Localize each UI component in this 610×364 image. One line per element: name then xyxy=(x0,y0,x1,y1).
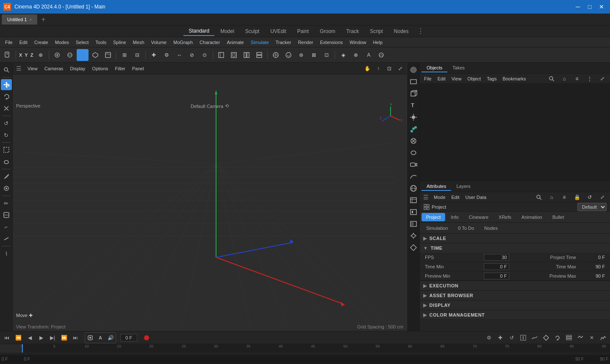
preview-min-input[interactable] xyxy=(484,273,509,279)
menu-create[interactable]: Create xyxy=(31,39,52,46)
tl-add-btn[interactable]: ✚ xyxy=(495,333,505,343)
viewport-menu-panel[interactable]: Panel xyxy=(130,65,147,72)
mode-tab-standard[interactable]: Standard xyxy=(183,27,214,36)
mode-tab-script[interactable]: Script xyxy=(365,27,388,36)
tab-close-icon[interactable]: × xyxy=(29,17,32,22)
tl-to-start-button[interactable]: ⏮ xyxy=(2,333,12,343)
menu-file[interactable]: File xyxy=(2,39,16,46)
timeline-ruler[interactable]: 0 5 10 15 20 25 30 35 40 45 50 55 60 65 … xyxy=(0,344,610,353)
mode-tab-paint[interactable]: Paint xyxy=(292,27,314,36)
attr-sub-tab-simulation[interactable]: Simulation xyxy=(421,224,452,232)
toolbar-icon-j[interactable]: ◈ xyxy=(337,49,349,61)
tool-lasso[interactable] xyxy=(1,156,12,167)
toolbar-edges-button[interactable] xyxy=(64,49,76,61)
objects-menu-bookmarks[interactable]: Bookmarks xyxy=(500,75,528,82)
ri-btn-record-b[interactable] xyxy=(408,218,419,229)
tool-paint[interactable]: ✏ xyxy=(1,198,12,209)
tl-to-end-button[interactable]: ⏭ xyxy=(70,333,80,343)
fps-input[interactable] xyxy=(484,254,509,261)
tool-undo[interactable]: ↺ xyxy=(1,118,12,129)
viewport-menu-filter[interactable]: Filter xyxy=(112,65,128,72)
attr-section-asset-browser-header[interactable]: ▶ ASSET BROWSER xyxy=(420,291,610,300)
toolbar-texture-button[interactable] xyxy=(102,49,114,61)
toolbar-icon-m[interactable] xyxy=(375,49,387,61)
toolbar-points-button[interactable] xyxy=(51,49,63,61)
tl-current-frame-display[interactable]: 0 F xyxy=(120,334,137,342)
attr-sub-tab-xrefs[interactable]: XRefs xyxy=(494,213,516,221)
tl-layers-btn[interactable] xyxy=(564,333,574,343)
project-dropdown[interactable]: Default xyxy=(577,203,607,211)
tool-select[interactable] xyxy=(1,144,12,155)
tl-next-frame-button[interactable]: ▶| xyxy=(47,333,58,343)
ri-btn-deformer[interactable] xyxy=(408,147,419,158)
objects-expand-icon[interactable]: ⤢ xyxy=(596,73,608,85)
tool-erase[interactable] xyxy=(1,210,12,221)
tl-motion-btn[interactable] xyxy=(575,333,585,343)
attr-sub-tab-info[interactable]: Info xyxy=(446,213,463,221)
mode-tab-model[interactable]: Model xyxy=(215,27,239,36)
attr-sub-tab-bullet[interactable]: Bullet xyxy=(548,213,569,221)
menu-character[interactable]: Character xyxy=(196,39,223,46)
objects-search-icon[interactable] xyxy=(546,73,557,85)
mode-tab-groom[interactable]: Groom xyxy=(315,27,341,36)
attr-sub-tab-todo[interactable]: 0 To Do xyxy=(453,224,479,232)
viewport-fullscreen-icon[interactable]: ⤢ xyxy=(396,64,405,73)
objects-menu-edit[interactable]: Edit xyxy=(435,75,448,82)
ri-btn-diamond[interactable] xyxy=(408,242,419,253)
menu-volume[interactable]: Volume xyxy=(148,39,170,46)
tl-chart-icon[interactable] xyxy=(598,333,608,343)
menu-animate[interactable]: Animate xyxy=(223,39,247,46)
toolbar-coord-button[interactable]: ⊕ xyxy=(35,49,47,61)
toolbar-icon-d[interactable] xyxy=(253,49,265,61)
menu-tools[interactable]: Tools xyxy=(92,39,110,46)
toolbar-uv-button[interactable] xyxy=(89,49,101,61)
tl-play-button[interactable]: ▶ xyxy=(36,333,46,343)
mode-tab-nodes[interactable]: Nodes xyxy=(389,27,414,36)
tab-untitled1[interactable]: Untitled 1 × xyxy=(2,14,37,25)
takes-tab[interactable]: Takes xyxy=(447,64,470,72)
ri-btn-cube[interactable] xyxy=(408,88,419,99)
attr-search-icon[interactable] xyxy=(533,191,545,203)
toolbar-icon-e[interactable] xyxy=(270,49,282,61)
mode-tab-uvedit[interactable]: UVEdit xyxy=(265,27,291,36)
viewport-menu-options[interactable]: Options xyxy=(89,65,111,72)
tl-record-button[interactable] xyxy=(141,333,152,343)
tool-line[interactable] xyxy=(1,233,12,244)
ri-btn-sphere[interactable] xyxy=(408,64,419,75)
menu-window[interactable]: Window xyxy=(346,39,369,46)
objects-menu-view[interactable]: View xyxy=(449,75,464,82)
menu-select[interactable]: Select xyxy=(72,39,92,46)
time-min-input[interactable] xyxy=(484,263,509,270)
mode-tab-track[interactable]: Track xyxy=(341,27,364,36)
viewport[interactable]: ☰ View Cameras Display Options Filter Pa… xyxy=(13,63,407,331)
viewport-canvas[interactable]: Perspective Default Camera ⟲ Y X Z xyxy=(13,88,407,331)
toolbar-new-button[interactable] xyxy=(2,49,14,61)
ri-btn-camera[interactable] xyxy=(408,159,419,170)
tl-prev-frame-button[interactable]: ◀ xyxy=(25,333,35,343)
menu-modes[interactable]: Modes xyxy=(52,39,72,46)
tool-knife[interactable]: ⌐ xyxy=(1,221,12,232)
tool-scale[interactable] xyxy=(1,103,12,114)
attr-sub-tab-project[interactable]: Project xyxy=(421,213,445,221)
toolbar-transform2[interactable]: ⚙ xyxy=(161,49,172,61)
attr-sub-tab-animation[interactable]: Animation xyxy=(517,213,547,221)
toolbar-snap-icon[interactable]: ⊞ xyxy=(119,49,130,61)
attr-section-time-header[interactable]: ▼ TIME xyxy=(420,243,610,253)
attr-sub-tab-nodes[interactable]: Nodes xyxy=(480,224,502,232)
menu-mesh[interactable]: Mesh xyxy=(130,39,148,46)
toolbar-transform5[interactable]: ⊙ xyxy=(199,49,211,61)
tool-spline[interactable]: ⌇ xyxy=(1,248,12,259)
objects-filter-icon[interactable]: ≡ xyxy=(571,73,583,85)
toolbar-transform1[interactable]: ✚ xyxy=(148,49,160,61)
menu-render[interactable]: Render xyxy=(294,39,316,46)
toolbar-polygons-button[interactable] xyxy=(77,49,89,61)
attr-filter-icon[interactable]: ≡ xyxy=(558,191,570,203)
tl-key-mode-btn[interactable] xyxy=(85,333,95,343)
menu-edit[interactable]: Edit xyxy=(16,39,31,46)
menu-help[interactable]: Help xyxy=(369,39,386,46)
toolbar-icon-l[interactable]: A xyxy=(363,49,374,61)
tab-add-button[interactable]: + xyxy=(39,15,47,24)
tl-prev-keyframe-button[interactable]: ⏪ xyxy=(13,333,23,343)
tool-sculpt[interactable] xyxy=(1,183,12,194)
tl-settings-btn[interactable]: ⚙ xyxy=(484,333,494,343)
